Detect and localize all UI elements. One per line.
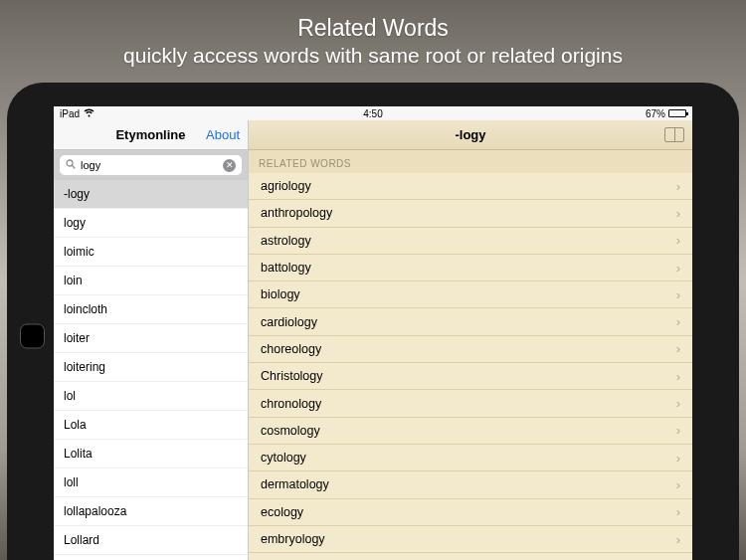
battery-label: 67% — [646, 108, 665, 119]
related-words-list[interactable]: agriology›anthropology›astrology›battolo… — [249, 173, 692, 560]
chevron-right-icon: › — [676, 504, 680, 519]
related-word-label: agriology — [261, 179, 311, 193]
chevron-right-icon: › — [676, 396, 680, 411]
list-item[interactable]: loiter — [54, 324, 248, 353]
list-item[interactable]: anthropology› — [249, 200, 692, 227]
detail-title: -logy — [455, 127, 485, 142]
list-item[interactable]: chronology› — [249, 390, 692, 417]
list-item[interactable]: lollipop — [54, 555, 248, 560]
list-item[interactable]: lollapalooza — [54, 497, 248, 526]
list-item[interactable]: loimic — [54, 238, 248, 267]
related-word-label: ecology — [261, 505, 303, 519]
chevron-right-icon: › — [676, 179, 680, 194]
related-word-label: cosmology — [261, 424, 320, 438]
list-item[interactable]: cytology› — [249, 445, 692, 471]
related-word-label: battology — [261, 261, 311, 275]
list-item[interactable]: entomology› — [249, 553, 692, 560]
list-item[interactable]: astrology› — [249, 228, 692, 255]
search-bar: logy ✕ — [54, 150, 248, 180]
battery-icon — [668, 109, 686, 117]
chevron-right-icon: › — [676, 261, 680, 276]
sidebar: Etymonline About logy ✕ -logylogyloimicl… — [54, 120, 249, 560]
word-list[interactable]: -logylogyloimicloinloinclothloiterloiter… — [54, 180, 248, 560]
list-item[interactable]: Christology› — [249, 363, 692, 390]
promo-subtitle: quickly access words with same root or r… — [0, 43, 746, 69]
detail-pane: -logy RELATED WORDS agriology›anthropolo… — [249, 120, 692, 560]
status-bar: iPad 4:50 67% — [54, 106, 692, 120]
list-item[interactable]: Lollard — [54, 526, 248, 555]
list-item[interactable]: cosmology› — [249, 418, 692, 445]
sidebar-navbar: Etymonline About — [54, 120, 248, 150]
list-item[interactable]: Lolita — [54, 440, 248, 468]
related-section-header: RELATED WORDS — [249, 150, 692, 173]
list-item[interactable]: Lola — [54, 411, 248, 440]
related-word-label: biology — [261, 287, 300, 301]
list-item[interactable]: loincloth — [54, 295, 248, 324]
sidebar-title: Etymonline — [115, 127, 185, 142]
list-item[interactable]: loll — [54, 468, 248, 497]
related-word-label: cytology — [261, 451, 306, 465]
book-icon[interactable] — [664, 127, 684, 142]
list-item[interactable]: ecology› — [249, 499, 692, 526]
list-item[interactable]: agriology› — [249, 173, 692, 200]
list-item[interactable]: dermatology› — [249, 471, 692, 498]
related-word-label: cardiology — [261, 315, 317, 329]
list-item[interactable]: loitering — [54, 353, 248, 382]
search-query: logy — [81, 159, 218, 171]
chevron-right-icon: › — [676, 314, 680, 329]
about-button[interactable]: About — [206, 127, 240, 142]
chevron-right-icon: › — [676, 206, 680, 221]
device-label: iPad — [60, 108, 80, 119]
wifi-icon — [84, 108, 94, 119]
chevron-right-icon: › — [676, 532, 680, 547]
chevron-right-icon: › — [676, 477, 680, 492]
chevron-right-icon: › — [676, 341, 680, 356]
home-button[interactable] — [20, 324, 45, 349]
list-item[interactable]: embryology› — [249, 526, 692, 553]
detail-navbar: -logy — [249, 120, 692, 150]
search-input[interactable]: logy ✕ — [60, 155, 242, 175]
chevron-right-icon: › — [676, 451, 680, 466]
list-item[interactable]: battology› — [249, 255, 692, 281]
related-word-label: anthropology — [261, 206, 332, 220]
ipad-bezel: iPad 4:50 67% — [7, 83, 739, 560]
related-word-label: dermatology — [261, 477, 329, 491]
status-time: 4:50 — [363, 108, 382, 119]
search-icon — [66, 159, 76, 171]
screen: iPad 4:50 67% — [54, 106, 692, 560]
promo-title: Related Words — [0, 14, 746, 43]
promo-text: Related Words quickly access words with … — [0, 0, 746, 69]
related-word-label: Christology — [261, 369, 323, 383]
list-item[interactable]: biology› — [249, 281, 692, 308]
chevron-right-icon: › — [676, 369, 680, 384]
chevron-right-icon: › — [676, 287, 680, 302]
related-word-label: embryology — [261, 532, 325, 546]
chevron-right-icon: › — [676, 423, 680, 438]
svg-line-1 — [72, 165, 75, 168]
clear-search-icon[interactable]: ✕ — [223, 159, 236, 172]
related-word-label: astrology — [261, 234, 311, 248]
list-item[interactable]: -logy — [54, 180, 248, 209]
list-item[interactable]: lol — [54, 382, 248, 411]
list-item[interactable]: choreology› — [249, 336, 692, 363]
related-word-label: chronology — [261, 397, 321, 411]
related-word-label: choreology — [261, 342, 321, 356]
list-item[interactable]: loin — [54, 267, 248, 295]
list-item[interactable]: logy — [54, 209, 248, 238]
chevron-right-icon: › — [676, 233, 680, 248]
list-item[interactable]: cardiology› — [249, 308, 692, 335]
